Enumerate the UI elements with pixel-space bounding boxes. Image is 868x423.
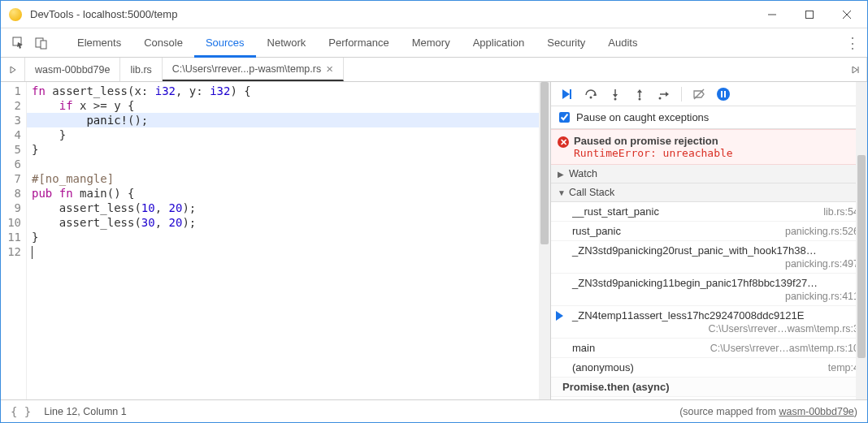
source-map-link[interactable]: wasm-00bbd79e (779, 406, 853, 417)
stack-frame[interactable]: (anonymous)temp:4 (551, 358, 867, 378)
window-title: DevTools - localhost:5000/temp (30, 8, 753, 20)
tab-network[interactable]: Network (256, 28, 318, 58)
frame-function: rust_panic (572, 225, 621, 237)
overflow-menu-icon[interactable]: ⋮ (844, 34, 861, 52)
frame-location[interactable]: panicking.rs:411 (572, 291, 859, 302)
callstack-section-header[interactable]: ▼Call Stack (551, 183, 867, 202)
debugger-toolbar (551, 82, 867, 106)
tab-memory[interactable]: Memory (401, 28, 462, 58)
tab-performance[interactable]: Performance (317, 28, 400, 58)
step-out-button[interactable] (629, 84, 650, 105)
frame-function: _ZN3std9panicking20rust_panic_with_hook1… (572, 244, 817, 257)
step-into-button[interactable] (605, 84, 626, 105)
pause-caught-label: Pause on caught exceptions (576, 111, 709, 123)
maximize-button[interactable] (791, 2, 828, 28)
tab-security[interactable]: Security (536, 28, 597, 58)
app-icon (9, 8, 22, 21)
tab-sources[interactable]: Sources (194, 28, 256, 58)
file-tab-label: C:\Users\rrever...p-wasm\temp.rs (172, 57, 321, 81)
svg-marker-8 (853, 67, 857, 73)
svg-marker-7 (11, 67, 15, 73)
frame-location[interactable]: panicking.rs:497 (572, 258, 859, 270)
svg-marker-21 (666, 92, 669, 97)
pause-banner-message: RuntimeError: unreachable (574, 147, 859, 159)
tab-application[interactable]: Application (462, 28, 536, 58)
file-tab-label: lib.rs (130, 58, 151, 82)
line-gutter: 123456789101112 (1, 82, 27, 399)
step-button[interactable] (653, 84, 675, 105)
code-line[interactable]: pub fn main() { (32, 186, 550, 201)
right-scrollbar[interactable] (856, 82, 867, 399)
frame-function: main (572, 342, 595, 354)
minimize-button[interactable] (753, 2, 791, 28)
titlebar: DevTools - localhost:5000/temp (1, 1, 867, 28)
close-button[interactable] (828, 2, 866, 28)
frame-function: _ZN3std9panicking11begin_panic17hf8bbc13… (572, 277, 818, 289)
scrollbar-thumb[interactable] (540, 82, 549, 244)
stack-frame[interactable]: _ZN4temp11assert_less17hc29247008ddc9121… (551, 306, 867, 339)
pause-caught-checkbox[interactable] (559, 112, 570, 123)
code-line[interactable]: } (32, 142, 550, 157)
source-editor[interactable]: 123456789101112 fn assert_less(x: i32, y… (1, 82, 550, 399)
resume-button[interactable] (556, 84, 577, 105)
callstack-label: Call Stack (569, 187, 614, 198)
inspect-icon[interactable] (7, 32, 30, 54)
editor-scrollbar[interactable] (539, 82, 550, 399)
more-tabs-icon[interactable] (843, 58, 867, 81)
code-line[interactable]: panic!(); (27, 113, 545, 127)
file-tab-temp[interactable]: C:\Users\rrever...p-wasm\temp.rs× (163, 58, 344, 81)
code-line[interactable]: assert_less(30, 20); (32, 215, 550, 230)
stack-frame[interactable]: __rust_start_paniclib.rs:54 (551, 202, 867, 222)
scrollbar-thumb[interactable] (857, 155, 866, 358)
svg-rect-6 (41, 41, 46, 49)
frame-location[interactable]: temp:4 (828, 362, 859, 373)
file-tab-wasm[interactable]: wasm-00bbd79e (25, 58, 120, 81)
frame-location[interactable]: C:\Users\rrever…wasm\temp.rs:3 (572, 323, 859, 335)
cursor-position: Line 12, Column 1 (44, 406, 126, 417)
panel-tabs: Elements Console Sources Network Perform… (66, 28, 844, 58)
code-line[interactable]: if x >= y { (32, 98, 550, 113)
stack-frame[interactable]: _ZN3std9panicking11begin_panic17hf8bbc13… (551, 274, 867, 306)
debugger-pane: Pause on caught exceptions ✕ Paused on p… (550, 82, 867, 399)
navigator-toggle-icon[interactable] (1, 58, 25, 81)
async-divider: Promise.then (async) (551, 378, 867, 397)
deactivate-breakpoints-button[interactable] (688, 84, 710, 105)
tab-audits[interactable]: Audits (597, 28, 649, 58)
stack-frame[interactable]: mainC:\Users\rrever…asm\temp.rs:10 (551, 339, 867, 358)
status-bar: { } Line 12, Column 1 (source mapped fro… (1, 399, 867, 422)
step-over-button[interactable] (580, 84, 601, 105)
tab-elements[interactable]: Elements (66, 28, 132, 58)
error-icon: ✕ (558, 136, 569, 148)
svg-marker-10 (562, 89, 570, 99)
call-stack-list: __rust_start_paniclib.rs:54rust_panicpan… (551, 202, 867, 399)
watch-section-header[interactable]: ▶Watch (551, 165, 867, 183)
frame-function: (anonymous) (572, 361, 634, 373)
code-line[interactable]: #[no_mangle] (32, 171, 550, 186)
code-line[interactable] (32, 244, 550, 259)
code-line[interactable] (32, 157, 550, 171)
watch-label: Watch (569, 168, 597, 179)
close-tab-icon[interactable]: × (326, 57, 333, 81)
frame-location[interactable]: C:\Users\rrever…asm\temp.rs:10 (710, 343, 859, 354)
svg-rect-11 (570, 89, 571, 99)
code-line[interactable]: } (32, 230, 550, 244)
code-area[interactable]: fn assert_less(x: i32, y: i32) { if x >=… (27, 82, 550, 399)
frame-location[interactable]: panicking.rs:526 (785, 226, 859, 237)
device-toggle-icon[interactable] (30, 32, 53, 54)
svg-rect-1 (806, 11, 814, 18)
code-line[interactable]: fn assert_less(x: i32, y: i32) { (32, 84, 550, 98)
pause-exceptions-button[interactable] (713, 84, 734, 105)
stack-frame[interactable]: _ZN3std9panicking20rust_panic_with_hook1… (551, 241, 867, 274)
svg-point-16 (614, 97, 617, 100)
tab-console[interactable]: Console (132, 28, 194, 58)
pretty-print-button[interactable]: { } (11, 405, 31, 418)
frame-location[interactable]: lib.rs:54 (823, 206, 859, 218)
source-map-suffix: ) (854, 406, 857, 417)
code-line[interactable]: assert_less(10, 20); (32, 201, 550, 215)
file-tab-lib[interactable]: lib.rs (120, 58, 162, 81)
pause-caught-row[interactable]: Pause on caught exceptions (551, 106, 867, 129)
source-map-info: (source mapped from wasm-00bbd79e) (679, 406, 857, 417)
source-map-prefix: (source mapped from (679, 406, 779, 417)
stack-frame[interactable]: rust_panicpanicking.rs:526 (551, 222, 867, 241)
code-line[interactable]: } (32, 127, 550, 142)
